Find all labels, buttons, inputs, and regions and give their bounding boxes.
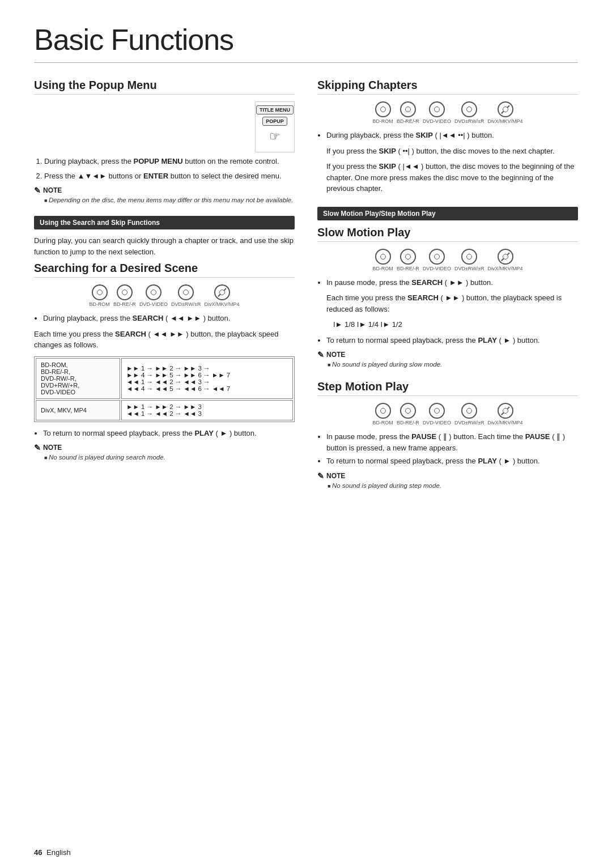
speed-table-values-2: ►► 1 → ►► 2 → ►► 3 ◄◄ 1 → ◄◄ 2 → ◄◄ 3	[121, 400, 293, 420]
step-disc-bd-rom: BD-ROM	[372, 403, 393, 426]
popup-note-text: Depending on the disc, the menu items ma…	[44, 197, 295, 203]
slow-disc-bd-re-r: BD-RE/-R	[397, 249, 419, 271]
skip-disc-bd-rom: BD-ROM	[372, 101, 393, 124]
disc-bd-re-r-circle	[117, 284, 133, 300]
slow-bullets: In pause mode, press the SEARCH ( ►► ) b…	[326, 277, 578, 288]
skip-disc-bd-re-r: BD-RE/-R	[397, 101, 419, 124]
slow-bullet-1: In pause mode, press the SEARCH ( ►► ) b…	[326, 277, 578, 288]
step-disc-bd-re-r: BD-RE/-R	[397, 403, 419, 426]
slow-para-1: Each time you press the SEARCH ( ►► ) bu…	[326, 292, 578, 314]
popup-button: POPUP	[262, 117, 287, 126]
skipping-para-1: If you press the SKIP ( ••| ) button, th…	[326, 146, 578, 157]
step-bullet-2: To return to normal speed playback, pres…	[326, 456, 578, 467]
speed-table-row-1: BD-ROM,BD-RE/-R,DVD-RW/-R,DVD+RW/+R,DVD-…	[36, 358, 293, 399]
disc-bd-rom: BD-ROM	[89, 284, 110, 307]
step-disc-dvd-rw: DVD±RW/±R	[454, 403, 484, 426]
note-icon-2: ✎	[34, 443, 41, 452]
step-note-text: No sound is played during step mode.	[328, 482, 578, 489]
skipping-bullets: During playback, press the SKIP ( |◄◄ ••…	[326, 130, 578, 141]
slow-bullet-2: To return to normal speed playback, pres…	[326, 335, 578, 346]
skipping-disc-icons: BD-ROM BD-RE/-R DVD-VIDEO DVD±RW/±R DivX…	[317, 101, 578, 124]
skipping-para-2: If you press the SKIP ( |◄◄ ) button, th…	[326, 161, 578, 194]
page-footer: 46 English	[34, 848, 71, 857]
searching-bullet-2: To return to normal speed playback, pres…	[43, 428, 295, 439]
slow-disc-icons: BD-ROM BD-RE/-R DVD-VIDEO DVD±RW/±R DivX…	[317, 249, 578, 271]
note-icon: ✎	[34, 186, 41, 195]
searching-bullets: During playback, press the SEARCH ( ◄◄ ►…	[43, 313, 295, 324]
title-menu-button: TITLE MENU	[256, 105, 294, 114]
slow-note-title: ✎ NOTE	[317, 350, 578, 359]
search-skip-banner: Using the Search and Skip Functions	[34, 216, 295, 229]
skip-disc-dvd-video: DVD-VIDEO	[423, 101, 451, 124]
skip-disc-divx: DivX/MKV/MP4	[488, 101, 523, 124]
popup-step-2: Press the ▲▼◄► buttons or ENTER button t…	[44, 171, 295, 182]
slow-disc-bd-rom: BD-ROM	[372, 249, 393, 271]
step-motion-section: Step Motion Play BD-ROM BD-RE/-R DVD-VID…	[317, 380, 578, 489]
slow-disc-dvd-rw: DVD±RW/±R	[454, 249, 484, 271]
skipping-title: Skipping Chapters	[317, 79, 578, 95]
step-note: ✎ NOTE No sound is played during step mo…	[317, 471, 578, 489]
step-bullet-1: In pause mode, press the PAUSE ( ‖ ) but…	[326, 431, 578, 453]
step-note-title: ✎ NOTE	[317, 471, 578, 480]
slow-speeds: I► 1/8 I► 1/4 I► 1/2	[333, 319, 578, 330]
search-skip-description: During play, you can search quickly thro…	[34, 235, 295, 257]
speed-table-values-1: ►► 1 → ►► 2 → ►► 3 → ►► 4 → ►► 5 → ►► 6 …	[121, 358, 293, 399]
popup-note: ✎ NOTE Depending on the disc, the menu i…	[34, 186, 295, 203]
disc-bd-rom-circle	[92, 284, 108, 300]
disc-dvd-rw-r-circle	[178, 284, 194, 300]
speed-table-row-2: DivX, MKV, MP4 ►► 1 → ►► 2 → ►► 3 ◄◄ 1 →…	[36, 400, 293, 420]
disc-dvd-video: DVD-VIDEO	[139, 284, 168, 307]
searching-title: Searching for a Desired Scene	[34, 262, 295, 278]
hand-icon: ☞	[269, 129, 280, 144]
right-column: Skipping Chapters BD-ROM BD-RE/-R DVD-VI…	[317, 79, 578, 501]
step-bullets: In pause mode, press the PAUSE ( ‖ ) but…	[326, 431, 578, 467]
step-disc-dvd-video: DVD-VIDEO	[423, 403, 451, 426]
speed-table-label-2: DivX, MKV, MP4	[36, 400, 120, 420]
speed-table: BD-ROM,BD-RE/-R,DVD-RW/-R,DVD+RW/+R,DVD-…	[34, 356, 295, 422]
popup-menu-title: Using the Popup Menu	[34, 79, 295, 95]
slow-motion-section: Slow Motion Play BD-ROM BD-RE/-R DVD-VID…	[317, 226, 578, 368]
step-disc-icons: BD-ROM BD-RE/-R DVD-VIDEO DVD±RW/±R DivX…	[317, 403, 578, 426]
step-motion-title: Step Motion Play	[317, 380, 578, 396]
searching-note-text: No sound is played during search mode.	[44, 454, 295, 461]
searching-para-1: Each time you press the SEARCH ( ◄◄ ►► )…	[34, 329, 295, 351]
step-disc-divx: DivX/MKV/MP4	[488, 403, 523, 426]
slow-step-banner: Slow Motion Play/Step Motion Play	[317, 207, 578, 220]
searching-bullet-1: During playback, press the SEARCH ( ◄◄ ►…	[43, 313, 295, 324]
searching-note: ✎ NOTE No sound is played during search …	[34, 443, 295, 461]
left-column: Using the Popup Menu TITLE MENU POPUP ☞ …	[34, 79, 295, 501]
disc-divx-mkv-circle	[214, 284, 230, 300]
skipping-bullet-1: During playback, press the SKIP ( |◄◄ ••…	[326, 130, 578, 141]
skip-disc-dvd-rw: DVD±RW/±R	[454, 101, 484, 124]
disc-dvd-rw-r: DVD±RW/±R	[171, 284, 201, 307]
popup-menu-section: Using the Popup Menu TITLE MENU POPUP ☞ …	[34, 79, 295, 203]
speed-table-label-1: BD-ROM,BD-RE/-R,DVD-RW/-R,DVD+RW/+R,DVD-…	[36, 358, 120, 399]
disc-divx-mkv: DivX/MKV/MP4	[205, 284, 240, 307]
slow-motion-title: Slow Motion Play	[317, 226, 578, 242]
page-language: English	[46, 848, 71, 857]
slow-disc-divx: DivX/MKV/MP4	[488, 249, 523, 271]
popup-steps: During playback, press the POPUP MENU bu…	[44, 156, 295, 181]
searching-disc-icons: BD-ROM BD-RE/-R DVD-VIDEO DVD±RW/±R DivX…	[34, 284, 295, 307]
page-title: Basic Functions	[34, 23, 578, 63]
note-icon-3: ✎	[317, 350, 324, 359]
page-number: 46	[34, 848, 42, 857]
disc-bd-re-r: BD-RE/-R	[113, 284, 136, 307]
searching-section: Searching for a Desired Scene BD-ROM BD-…	[34, 262, 295, 461]
skipping-section: Skipping Chapters BD-ROM BD-RE/-R DVD-VI…	[317, 79, 578, 194]
searching-note-title: ✎ NOTE	[34, 443, 295, 452]
disc-dvd-video-circle	[146, 284, 162, 300]
searching-bullets-2: To return to normal speed playback, pres…	[43, 428, 295, 439]
slow-bullets-2: To return to normal speed playback, pres…	[326, 335, 578, 346]
slow-note: ✎ NOTE No sound is played during slow mo…	[317, 350, 578, 368]
popup-note-title: ✎ NOTE	[34, 186, 295, 195]
slow-note-text: No sound is played during slow mode.	[328, 361, 578, 368]
note-icon-4: ✎	[317, 471, 324, 480]
remote-control-image: TITLE MENU POPUP ☞	[255, 101, 295, 152]
slow-disc-dvd-video: DVD-VIDEO	[423, 249, 451, 271]
popup-step-1: During playback, press the POPUP MENU bu…	[44, 156, 295, 167]
